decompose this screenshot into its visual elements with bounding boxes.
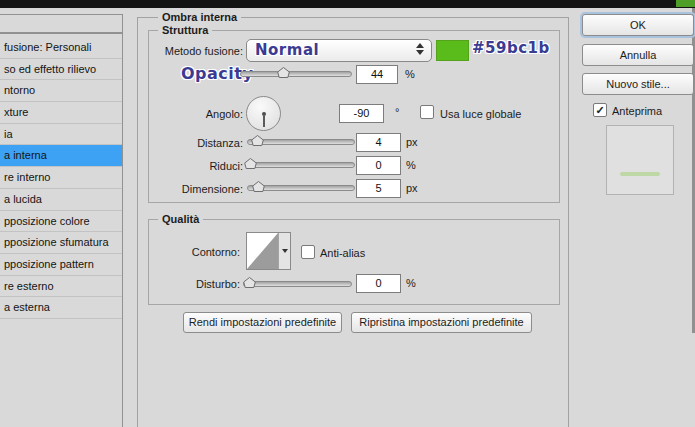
preview-shadow-line bbox=[620, 172, 660, 176]
quality-legend: Qualità bbox=[158, 213, 203, 226]
sidebar-item-bevel-emboss[interactable]: so ed effetto rilievo bbox=[0, 59, 122, 81]
stepper-arrows-icon bbox=[415, 43, 424, 55]
sidebar-item-contour[interactable]: ntorno bbox=[0, 80, 122, 102]
noise-input[interactable]: 0 bbox=[356, 274, 401, 293]
top-black-bar bbox=[0, 0, 695, 8]
sidebar-item-pattern-overlay[interactable]: pposizione pattern bbox=[0, 254, 122, 276]
angle-input[interactable]: -90 bbox=[339, 104, 384, 123]
size-label: Dimensione: bbox=[150, 183, 243, 196]
choke-slider[interactable] bbox=[247, 162, 355, 168]
angle-unit: ° bbox=[395, 106, 399, 118]
panel-title: Ombra interna bbox=[158, 11, 241, 24]
choke-slider-thumb[interactable] bbox=[244, 158, 257, 169]
distance-input[interactable]: 4 bbox=[356, 133, 401, 152]
opacity-slider-thumb[interactable] bbox=[277, 67, 290, 78]
preview-label: Anteprima bbox=[612, 105, 662, 118]
sidebar-item-drop-shadow[interactable]: a esterna bbox=[0, 297, 122, 319]
sidebar-item-blending-options[interactable]: fusione: Personali bbox=[0, 37, 122, 59]
choke-input[interactable]: 0 bbox=[356, 156, 401, 175]
sidebar-item-outer-glow[interactable]: re esterno bbox=[0, 276, 122, 298]
check-icon: ✓ bbox=[595, 104, 604, 116]
contour-picker[interactable] bbox=[246, 232, 291, 270]
contour-thumbnail bbox=[247, 233, 278, 269]
noise-slider[interactable] bbox=[243, 281, 352, 287]
sidebar-item-texture[interactable]: xture bbox=[0, 102, 122, 124]
sidebar-item-satin[interactable]: a lucida bbox=[0, 189, 122, 211]
color-hex-annotation: #59bc1b bbox=[472, 39, 550, 57]
size-unit: px bbox=[406, 182, 418, 194]
opacity-input[interactable]: 44 bbox=[356, 65, 398, 84]
noise-unit: % bbox=[406, 277, 416, 289]
structure-legend: Struttura bbox=[158, 24, 212, 37]
angle-dial[interactable] bbox=[246, 96, 281, 131]
sidebar-item-color-overlay[interactable]: pposizione colore bbox=[0, 211, 122, 233]
sidebar-item-gradient-overlay[interactable]: pposizione sfumatura bbox=[0, 232, 122, 254]
cancel-button[interactable]: Annulla bbox=[582, 44, 694, 66]
noise-label: Disturbo: bbox=[150, 278, 240, 291]
distance-label: Distanza: bbox=[150, 137, 243, 150]
size-slider-thumb[interactable] bbox=[252, 181, 265, 192]
choke-unit: % bbox=[406, 159, 416, 171]
reset-default-button[interactable]: Ripristina impostazioni predefinite bbox=[351, 312, 532, 333]
blend-mode-select[interactable]: Normal bbox=[246, 39, 432, 62]
opacity-unit: % bbox=[405, 68, 415, 80]
top-green-accent bbox=[676, 0, 695, 7]
new-style-button[interactable]: Nuovo stile... bbox=[582, 73, 694, 95]
sidebar-item-inner-glow[interactable]: re interno bbox=[0, 167, 122, 189]
contour-label: Contorno: bbox=[150, 246, 240, 259]
global-light-label: Usa luce globale bbox=[440, 108, 521, 121]
ok-button[interactable]: OK bbox=[582, 14, 694, 36]
distance-unit: px bbox=[406, 136, 418, 148]
chevron-down-icon[interactable] bbox=[278, 233, 290, 269]
antialias-checkbox[interactable] bbox=[301, 245, 315, 259]
dial-needle bbox=[263, 114, 265, 127]
angle-label: Angolo: bbox=[150, 108, 243, 121]
antialias-label: Anti-alias bbox=[320, 247, 365, 260]
blend-color-swatch[interactable] bbox=[436, 40, 469, 61]
style-preview-thumbnail bbox=[606, 125, 674, 195]
opacity-slider[interactable] bbox=[240, 71, 352, 77]
styles-list-header bbox=[0, 14, 123, 33]
preview-checkbox[interactable]: ✓ bbox=[593, 103, 607, 117]
sidebar-item-inner-shadow[interactable]: a interna bbox=[0, 145, 122, 167]
sidebar-item-stroke[interactable]: ia bbox=[0, 124, 122, 146]
quality-group: Qualità bbox=[148, 219, 560, 305]
noise-slider-thumb[interactable] bbox=[243, 277, 256, 288]
global-light-checkbox[interactable] bbox=[420, 105, 434, 119]
distance-slider-thumb[interactable] bbox=[251, 135, 264, 146]
blend-mode-value: Normal bbox=[255, 41, 319, 59]
blend-mode-label: Metodo fusione: bbox=[150, 45, 243, 58]
choke-label: Riduci: bbox=[150, 160, 243, 173]
size-input[interactable]: 5 bbox=[356, 179, 401, 198]
make-default-button[interactable]: Rendi impostazioni predefinite bbox=[183, 312, 342, 333]
styles-list: fusione: Personali so ed effetto rilievo… bbox=[0, 33, 123, 427]
